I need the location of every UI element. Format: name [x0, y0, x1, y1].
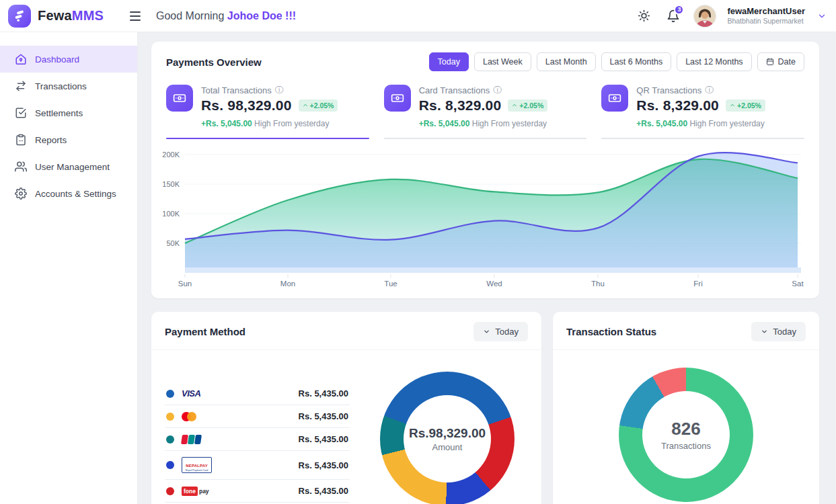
stat-active-indicator — [166, 138, 369, 139]
svg-text:Fri: Fri — [693, 280, 702, 288]
theme-toggle-sun-icon[interactable] — [634, 7, 653, 26]
payment-row-fonepay: fonepay Rs. 5,435.00 — [165, 480, 350, 503]
payment-row-unionpay: Rs. 5,435.00 — [165, 428, 350, 451]
sidebar-item-reports[interactable]: Reports — [0, 126, 137, 153]
stat-total-transactions[interactable]: Total Transactionsⓘ Rs. 98,329.00 +2.05%… — [166, 85, 369, 139]
payments-overview-title: Payments Overview — [166, 56, 262, 68]
stat-indicator — [384, 138, 587, 139]
main-content: Payments Overview Today Last Week Last M… — [138, 32, 836, 504]
calendar-icon — [766, 58, 774, 66]
clipboard-icon — [15, 134, 27, 146]
cash-icon — [166, 85, 193, 112]
mastercard-logo — [182, 412, 196, 421]
sidebar-item-label: Settlements — [35, 108, 83, 118]
cash-icon — [601, 85, 628, 112]
svg-text:Sat: Sat — [792, 280, 804, 288]
legend-dot — [166, 413, 174, 421]
sidebar-item-transactions[interactable]: Transactions — [0, 73, 137, 99]
user-organization: Bhatbhatin Supermarket — [727, 17, 805, 26]
filter-last-week-button[interactable]: Last Week — [474, 52, 531, 71]
fonepay-logo: fonepay — [182, 487, 209, 496]
topbar: FewaMMS Good Morning Johoe Doe !!! 3 — [0, 0, 836, 32]
stat-amount: Rs. 8,329.00 — [636, 97, 719, 114]
payments-overview-card: Payments Overview Today Last Week Last M… — [151, 42, 819, 298]
cash-icon — [384, 85, 411, 112]
nepalpay-logo: NEPALPAYNepal Payment Card — [182, 457, 212, 473]
payment-row-nepalpay: NEPALPAYNepal Payment Card Rs. 5,435.00 — [165, 451, 350, 480]
sidebar-item-label: Reports — [35, 135, 67, 145]
svg-text:100K: 100K — [162, 210, 180, 218]
users-icon — [15, 161, 27, 173]
payment-method-list: VISA Rs. 5,435.00 Rs. 5,435.00 — [165, 382, 350, 504]
transaction-status-title: Transaction Status — [566, 326, 656, 337]
transfer-arrows-icon — [15, 80, 27, 92]
stat-card-transactions[interactable]: Card Transactionsⓘ Rs. 8,329.00 +2.05% +… — [384, 85, 587, 139]
legend-dot — [166, 487, 174, 495]
notifications-bell-icon[interactable]: 3 — [664, 7, 683, 26]
payment-method-title: Payment Method — [165, 326, 245, 337]
notification-count-badge: 3 — [674, 5, 684, 15]
sidebar-item-label: User Management — [35, 162, 110, 172]
greeting-text: Good Morning Johoe Doe !!! — [156, 10, 296, 22]
info-icon[interactable]: ⓘ — [705, 85, 714, 96]
time-filter-group: Today Last Week Last Month Last 6 Months… — [429, 52, 804, 71]
svg-text:150K: 150K — [162, 180, 180, 188]
change-badge: +2.05% — [299, 99, 338, 112]
user-name: fewaMerchantUser — [727, 6, 805, 17]
stat-amount: Rs. 98,329.00 — [201, 97, 292, 114]
visa-logo: VISA — [182, 388, 200, 398]
svg-text:Thu: Thu — [591, 280, 605, 288]
svg-text:Wed: Wed — [486, 280, 502, 288]
filter-last-month-button[interactable]: Last Month — [537, 52, 596, 71]
change-badge: +2.05% — [726, 99, 765, 112]
date-picker-button[interactable]: Date — [757, 52, 804, 71]
app-title: FewaMMS — [38, 8, 104, 24]
svg-text:200K: 200K — [162, 151, 180, 159]
user-meta[interactable]: fewaMerchantUser Bhatbhatin Supermarket — [727, 6, 805, 26]
legend-dot — [166, 461, 174, 469]
sidebar-item-label: Accounts & Settings — [35, 189, 116, 199]
sidebar-item-label: Transactions — [35, 81, 87, 91]
filter-today-button[interactable]: Today — [429, 52, 469, 71]
payment-row-mastercard: Rs. 5,435.00 — [165, 405, 350, 428]
transaction-status-donut-chart[interactable]: 826 Transactions — [619, 368, 753, 502]
info-icon[interactable]: ⓘ — [493, 85, 502, 96]
unionpay-logo — [182, 435, 201, 444]
stat-amount: Rs. 8,329.00 — [419, 97, 502, 114]
sidebar-item-dashboard[interactable]: Dashboard — [0, 46, 137, 73]
svg-text:50K: 50K — [166, 239, 180, 247]
payment-row-visa: VISA Rs. 5,435.00 — [165, 382, 350, 405]
sidebar-item-user-management[interactable]: User Management — [0, 153, 137, 180]
donut-center-label: Amount — [432, 442, 463, 452]
payment-method-period-dropdown[interactable]: Today — [473, 322, 528, 341]
svg-text:Tue: Tue — [384, 280, 397, 288]
app-logo-icon — [8, 5, 31, 28]
sidebar-item-settlements[interactable]: Settlements — [0, 99, 137, 126]
gear-icon — [15, 187, 27, 200]
hamburger-menu-icon[interactable] — [125, 6, 145, 26]
sidebar: Dashboard Transactions Settlements Repor… — [0, 32, 138, 504]
stat-qr-transactions[interactable]: QR Transactionsⓘ Rs. 8,329.00 +2.05% +Rs… — [601, 85, 804, 139]
info-icon[interactable]: ⓘ — [275, 85, 284, 96]
donut-center-label: Transactions — [661, 441, 711, 451]
transaction-status-card: Transaction Status Today 826 Transaction… — [553, 312, 819, 504]
donut-center-count: 826 — [671, 419, 700, 439]
user-avatar[interactable] — [693, 5, 716, 28]
svg-text:Sun: Sun — [178, 280, 192, 288]
payment-method-donut-chart[interactable]: Rs.98,329.00 Amount — [380, 372, 515, 504]
payment-method-card: Payment Method Today VISA Rs. 5,435.00 — [151, 312, 541, 504]
stats-row: Total Transactionsⓘ Rs. 98,329.00 +2.05%… — [151, 78, 819, 139]
home-icon — [15, 53, 27, 65]
transaction-status-period-dropdown[interactable]: Today — [751, 322, 806, 341]
filter-last-12-months-button[interactable]: Last 12 Months — [677, 52, 751, 71]
legend-dot — [166, 390, 174, 398]
transactions-area-chart[interactable]: 50K100K150K200KSunMonTueWedThuFriSat — [151, 139, 819, 298]
legend-dot — [166, 435, 174, 444]
filter-last-6-months-button[interactable]: Last 6 Months — [601, 52, 672, 71]
check-square-icon — [15, 107, 27, 119]
donut-center-amount: Rs.98,329.00 — [409, 426, 486, 441]
sidebar-item-accounts-settings[interactable]: Accounts & Settings — [0, 180, 137, 207]
user-menu-chevron-down-icon[interactable] — [817, 11, 827, 21]
sidebar-item-label: Dashboard — [35, 54, 79, 65]
stat-indicator — [601, 138, 804, 139]
